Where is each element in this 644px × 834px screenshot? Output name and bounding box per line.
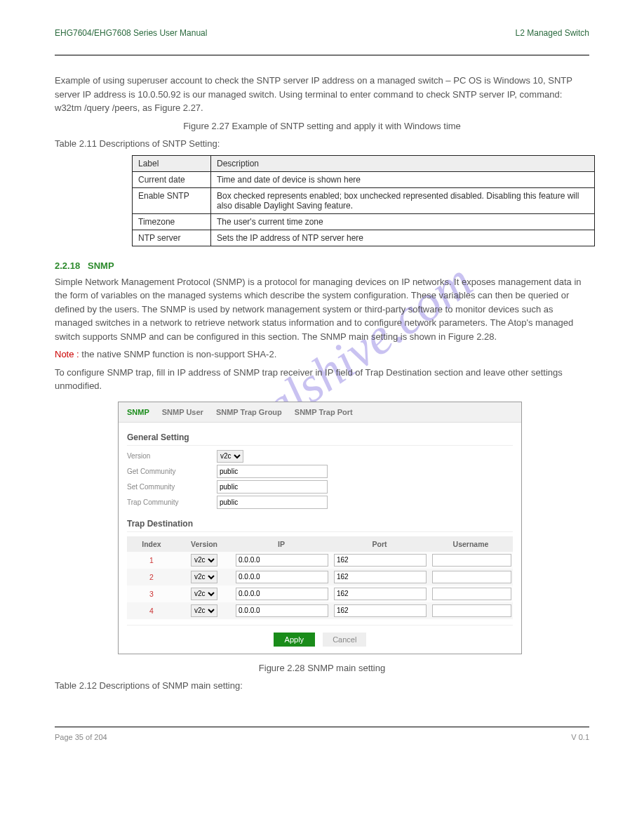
table-row: 4 v2c <box>127 602 513 619</box>
header-divider <box>55 55 589 55</box>
footer-divider <box>55 727 589 727</box>
set-community-label: Set Community <box>127 483 217 491</box>
trap-destination-table: Index Version IP Port Username 1 v2c 2 v… <box>127 536 513 619</box>
trap-th-username: Username <box>429 536 513 552</box>
section-2218-title: SNMP <box>88 260 114 271</box>
trap-version-select[interactable]: v2c <box>191 588 217 600</box>
tbl211-r1c0: Enable SNTP <box>133 187 211 213</box>
table-2-12-caption: Table 2.12 Descriptions of SNMP main set… <box>55 679 589 693</box>
get-community-label: Get Community <box>127 468 217 475</box>
trap-username-input[interactable] <box>432 588 511 600</box>
trap-idx-2: 2 <box>127 569 176 585</box>
tbl211-head-label: Label <box>133 155 211 171</box>
trap-destination-title: Trap Destination <box>127 519 513 532</box>
table-row: 2 v2c <box>127 569 513 585</box>
trap-th-ip: IP <box>232 536 330 552</box>
tbl211-r2c0: Timezone <box>133 213 211 230</box>
trap-username-input[interactable] <box>432 554 511 567</box>
trap-ip-input[interactable] <box>236 588 328 600</box>
figure-2-28-caption: Figure 2.28 SNMP main setting <box>55 661 589 675</box>
trap-version-select[interactable]: v2c <box>191 571 217 583</box>
note-text: the native SNMP function is non-support … <box>81 349 276 359</box>
tab-snmp-trap-port[interactable]: SNMP Trap Port <box>295 408 353 416</box>
version-label: Version <box>127 452 217 460</box>
tbl211-head-desc: Description <box>211 155 595 171</box>
tbl211-r2c1: The user's current time zone <box>211 213 595 230</box>
tbl211-r0c1: Time and date of device is shown here <box>211 171 595 187</box>
trap-username-input[interactable] <box>432 571 511 583</box>
trap-ip-input[interactable] <box>236 554 328 567</box>
footer-version: V 0.1 <box>571 733 589 741</box>
header-right: L2 Managed Switch <box>516 28 589 38</box>
trap-th-port: Port <box>330 536 429 552</box>
apply-button[interactable]: Apply <box>274 633 316 647</box>
set-community-input[interactable] <box>217 480 328 494</box>
trap-idx-4: 4 <box>127 602 176 619</box>
cancel-button[interactable]: Cancel <box>323 633 366 647</box>
section-2218-number: 2.2.18 <box>55 260 80 271</box>
tab-snmp-trap-group[interactable]: SNMP Trap Group <box>216 408 282 416</box>
tbl211-r1c1: Box checked represents enabled; box unch… <box>211 187 595 213</box>
table-2-11-caption: Table 2.11 Descriptions of SNTP Setting: <box>55 137 589 151</box>
trap-community-label: Trap Community <box>127 498 217 506</box>
trap-username-input[interactable] <box>432 604 511 617</box>
header-left: EHG7604/EHG7608 Series User Manual <box>55 28 207 38</box>
table-row: 1 v2c <box>127 552 513 569</box>
table-2-11: Label Description Current dateTime and d… <box>132 155 595 246</box>
version-select[interactable]: v2c <box>217 450 243 463</box>
tbl211-r3c0: NTP server <box>133 230 211 246</box>
trap-th-index: Index <box>127 536 176 552</box>
tbl211-r0c0: Current date <box>133 171 211 187</box>
trap-port-input[interactable] <box>334 604 427 617</box>
get-community-input[interactable] <box>217 465 328 478</box>
trap-community-input[interactable] <box>217 496 328 509</box>
tab-snmp-user[interactable]: SNMP User <box>162 408 203 416</box>
trap-ip-input[interactable] <box>236 604 328 617</box>
snmp-settings-panel: SNMP SNMP User SNMP Trap Group SNMP Trap… <box>118 402 522 654</box>
trap-port-input[interactable] <box>334 588 427 600</box>
note-label: Note : <box>55 349 79 359</box>
general-setting-title: General Setting <box>127 432 513 446</box>
trap-idx-3: 3 <box>127 585 176 602</box>
trap-port-input[interactable] <box>334 554 427 567</box>
tbl211-r3c1: Sets the IP address of NTP server here <box>211 230 595 246</box>
trap-version-select[interactable]: v2c <box>191 604 217 617</box>
intro-paragraph: Example of using superuser account to ch… <box>55 74 589 115</box>
footer-page: Page 35 of 204 <box>55 733 107 741</box>
trap-port-input[interactable] <box>334 571 427 583</box>
tab-snmp[interactable]: SNMP <box>127 408 149 416</box>
table-row: 3 v2c <box>127 585 513 602</box>
figure-2-27-caption: Figure 2.27 Example of SNTP setting and … <box>55 119 589 133</box>
trap-ip-input[interactable] <box>236 571 328 583</box>
trap-idx-1: 1 <box>127 552 176 569</box>
trap-th-version: Version <box>176 536 232 552</box>
snmp-trap-config-paragraph: To configure SNMP trap, fill in IP addre… <box>55 366 589 393</box>
snmp-description-paragraph: Simple Network Management Protocol (SNMP… <box>55 275 589 344</box>
trap-version-select[interactable]: v2c <box>191 554 217 567</box>
